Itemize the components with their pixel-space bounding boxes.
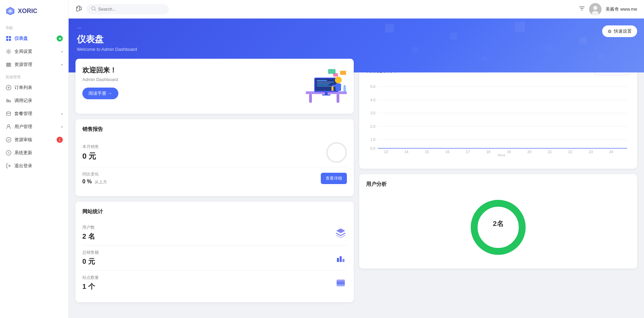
svg-text:1.0: 1.0: [370, 137, 375, 141]
layers-icon: [335, 227, 347, 239]
svg-rect-53: [344, 85, 346, 87]
call-icon: [5, 98, 12, 104]
svg-text:19: 19: [507, 150, 511, 154]
stat-row-sites: 站点数量 1 个: [82, 271, 347, 295]
stat-row-users: 用户数 2 名: [82, 220, 347, 246]
sidebar-item-resource-mgmt[interactable]: 资源管理 ▾: [0, 58, 68, 71]
sidebar-item-package-mgmt[interactable]: 套餐管理 ▾: [0, 107, 68, 120]
read-manual-button[interactable]: 阅读手册 →: [82, 88, 118, 99]
svg-rect-8: [6, 63, 11, 64]
svg-rect-34: [337, 94, 339, 103]
svg-rect-41: [317, 86, 332, 87]
user-mgmt-icon: [5, 124, 12, 130]
svg-rect-40: [317, 84, 329, 85]
right-column: 调用使用统计 Select Date 📅 5.0 4.0 3.0: [359, 59, 637, 302]
svg-rect-37: [317, 80, 327, 81]
svg-rect-13: [8, 100, 9, 102]
sales-circle: [326, 142, 347, 163]
svg-text:5.0: 5.0: [370, 84, 375, 89]
topbar-right: 美酱奇 www.me: [579, 3, 637, 15]
sales-card: 销售报告 本月销售 0 元 同比变化 0 % 从上月: [75, 119, 354, 196]
sidebar-item-system-update-label: 系统更新: [14, 150, 32, 156]
sidebar-item-resource-mgmt-label: 资源管理: [14, 61, 32, 68]
svg-rect-43: [322, 94, 330, 95]
sidebar-item-call-log[interactable]: 调用记录: [0, 94, 68, 107]
nav-section-title: 导航: [0, 22, 68, 32]
search-input[interactable]: [98, 7, 153, 12]
page-content: ⋯ 仪表盘 Welcome to Admin Dashboard ⚙ 快速设置: [69, 19, 644, 318]
chevron-down-icon-2: ▾: [61, 63, 63, 67]
svg-text:Hour: Hour: [497, 153, 505, 156]
svg-rect-51: [328, 69, 336, 74]
sidebar-item-package-mgmt-label: 套餐管理: [14, 111, 32, 117]
svg-text:4.0: 4.0: [370, 98, 375, 102]
svg-point-15: [7, 112, 11, 114]
quick-settings-button[interactable]: ⚙ 快速设置: [602, 25, 637, 37]
update-icon: [5, 150, 12, 156]
svg-text:2.0: 2.0: [370, 124, 375, 128]
main-content: 美酱奇 www.me ⋯ 仪表盘 Welcome to Admin Dashbo…: [69, 0, 644, 318]
svg-rect-3: [6, 36, 8, 38]
logo-text: XORIC: [18, 8, 37, 15]
svg-rect-54: [337, 258, 339, 262]
stat-sites-label: 站点数量: [82, 275, 99, 281]
monthly-value: 0 元: [82, 151, 99, 161]
stat-users-value: 2 名: [82, 232, 95, 241]
yoy-label: 同比变化: [82, 171, 107, 177]
stat-sales-label: 总销售额: [82, 250, 99, 255]
left-column: 欢迎回来！ Admin Dashboard 阅读手册 →: [75, 59, 354, 302]
logo: XORIC: [0, 0, 68, 22]
chevron-down-icon: ▾: [61, 50, 63, 54]
breadcrumb: ⋯: [77, 25, 636, 31]
logout-icon: [5, 163, 12, 169]
welcome-card: 欢迎回来！ Admin Dashboard 阅读手册 →: [75, 59, 354, 114]
svg-rect-56: [342, 259, 344, 262]
svg-rect-42: [325, 92, 328, 95]
user-analysis-card: 用户分析 2名: [359, 174, 637, 269]
sidebar: XORIC 导航 仪表盘 ★ 全局设置 ▾: [0, 0, 69, 318]
package-icon: [5, 111, 12, 117]
sidebar-item-order-list[interactable]: 订单列表: [0, 81, 68, 94]
sidebar-item-resource-review-label: 资源审核: [14, 137, 32, 143]
sidebar-item-resource-review[interactable]: 资源审核 1: [0, 133, 68, 146]
settings-icon: [5, 48, 12, 55]
topbar: 美酱奇 www.me: [69, 0, 644, 19]
svg-rect-14: [10, 100, 11, 102]
avatar[interactable]: [589, 3, 601, 15]
tag-icon: [335, 277, 347, 289]
resource-icon: [5, 61, 12, 68]
sidebar-item-dashboard[interactable]: 仪表盘 ★: [0, 32, 68, 45]
sidebar-toggle[interactable]: [75, 5, 82, 13]
monthly-label: 本月销售: [82, 144, 99, 150]
stat-sites-value: 1 个: [82, 282, 99, 291]
stat-users-label: 用户数: [82, 225, 95, 230]
svg-point-7: [8, 51, 10, 53]
view-detail-button[interactable]: 查看详细: [321, 173, 347, 184]
filter-icon[interactable]: [579, 5, 585, 13]
page-subtitle: Welcome to Admin Dashboard: [77, 47, 636, 52]
svg-point-29: [482, 56, 487, 61]
svg-text:3.0: 3.0: [370, 111, 375, 115]
svg-point-16: [8, 125, 10, 127]
svg-rect-6: [9, 39, 11, 41]
svg-text:0.0: 0.0: [370, 146, 375, 150]
stat-sales-value: 0 元: [82, 257, 99, 266]
sidebar-item-global-settings[interactable]: 全局设置 ▾: [0, 45, 68, 58]
svg-text:15: 15: [425, 150, 429, 154]
svg-rect-52: [343, 86, 346, 92]
svg-point-86: [474, 203, 522, 251]
search-box[interactable]: [86, 4, 169, 14]
search-icon: [91, 6, 96, 12]
gear-icon: ⚙: [608, 29, 612, 34]
resource-review-badge: 1: [57, 137, 63, 143]
order-icon: [5, 84, 12, 91]
sidebar-item-logout[interactable]: 退出登录: [0, 159, 68, 172]
svg-rect-12: [7, 99, 8, 102]
svg-rect-45: [336, 83, 341, 91]
donut-chart-container: 2名: [366, 193, 631, 262]
sidebar-item-global-settings-label: 全局设置: [14, 48, 32, 55]
chevron-down-icon-3: ▾: [61, 112, 63, 116]
sidebar-item-user-mgmt[interactable]: 用户管理 ▾: [0, 120, 68, 133]
svg-rect-49: [340, 71, 346, 75]
sidebar-item-system-update[interactable]: 系统更新: [0, 146, 68, 159]
